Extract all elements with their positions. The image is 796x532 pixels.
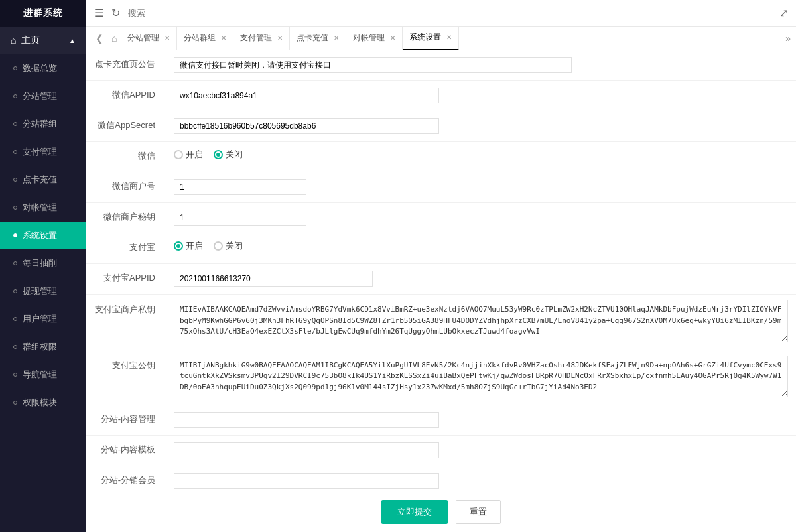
label-wechat-switch: 微信: [86, 142, 166, 170]
sidebar-main-home[interactable]: ⌂ 主页 ▲: [0, 27, 86, 54]
value-branch-content-mgmt: [166, 405, 796, 434]
input-wechat-merchant-id[interactable]: [174, 179, 306, 195]
form-row-alipay-private-key: 支付宝商户私钥 MIIEvAIBAAKCAQEAmd7dZWvviAmsdoYR…: [86, 295, 796, 350]
sidebar-item-perm-module[interactable]: 权限模块: [0, 389, 86, 417]
input-wechat-merchant-key[interactable]: [174, 210, 306, 226]
tab-close-icon[interactable]: ✕: [390, 34, 395, 42]
wechat-radio-open[interactable]: 开启: [174, 149, 203, 161]
tab-label: 点卡充值: [297, 33, 328, 44]
content-area: 点卡充值页公告 微信APPID 微信AppSecret: [86, 50, 796, 532]
topbar: ☰ ↻ ⤢: [86, 0, 796, 27]
nav-dot-icon: [13, 122, 17, 126]
sidebar-item-account[interactable]: 对帐管理: [0, 194, 86, 222]
textarea-alipay-public-key[interactable]: MIIBIjANBgkhkiG9w0BAQEFAAOCAQEAM1IBCgKCA…: [174, 356, 788, 398]
form-row-wechat-merchant-id: 微信商户号: [86, 172, 796, 203]
tabs-nav-left[interactable]: ❮: [92, 33, 107, 44]
sidebar-item-overview[interactable]: 数据总览: [0, 54, 86, 82]
tab-close-icon[interactable]: ✕: [446, 34, 452, 41]
form-row-wechat-merchant-key: 微信商户秘钥: [86, 203, 796, 233]
radio-label-close: 关闭: [226, 240, 243, 252]
label-wechat-appsecret: 微信AppSecret: [86, 111, 166, 139]
sidebar-item-label: 分站管理: [23, 90, 57, 102]
sidebar-item-users[interactable]: 用户管理: [0, 305, 86, 333]
submit-button[interactable]: 立即提交: [381, 500, 448, 524]
sidebar-item-label: 用户管理: [23, 313, 57, 325]
reset-button[interactable]: 重置: [456, 500, 501, 524]
sidebar-item-label: 权限模块: [23, 397, 57, 409]
nav-dot-icon: [13, 401, 17, 405]
input-branch-content-mgmt[interactable]: [174, 412, 439, 428]
textarea-alipay-private-key[interactable]: MIIEvAIBAAKCAQEAmd7dZWvviAmsdoYRBG7YdVmk…: [174, 300, 788, 342]
nav-dot-icon: [13, 206, 17, 210]
sidebar-item-nav-mgmt[interactable]: 导航管理: [0, 361, 86, 389]
tab-label: 系统设置: [409, 32, 441, 43]
label-wechat-appid: 微信APPID: [86, 81, 166, 109]
sidebar-item-branch[interactable]: 分站管理: [0, 82, 86, 110]
sidebar-item-payment[interactable]: 支付管理: [0, 138, 86, 166]
tabs-expand-icon[interactable]: »: [785, 33, 791, 44]
refresh-icon[interactable]: ↻: [111, 7, 120, 19]
input-branch-sub-member[interactable]: [174, 473, 439, 489]
tab-topup[interactable]: 点卡充值 ✕: [290, 27, 346, 50]
nav-dot-icon: [13, 317, 17, 321]
tab-payment[interactable]: 支付管理 ✕: [233, 27, 290, 50]
sidebar: 进群系统 ⌂ 主页 ▲ 数据总览 分站管理 分站群组 支付管理 点卡充值 对帐管…: [0, 0, 86, 532]
tab-system[interactable]: 系统设置 ✕: [403, 27, 459, 50]
search-input[interactable]: [128, 8, 208, 18]
input-wechat-appid[interactable]: [174, 88, 439, 103]
value-wechat-merchant-key: [166, 203, 796, 232]
wechat-radio-close[interactable]: 关闭: [214, 149, 243, 161]
form-row-branch-content-mgmt: 分站-内容管理: [86, 405, 796, 436]
tab-close-icon[interactable]: ✕: [221, 34, 226, 42]
form-row-alipay-public-key: 支付宝公钥 MIIBIjANBgkhkiG9w0BAQEFAAOCAQEAM1I…: [86, 350, 796, 406]
sidebar-item-system[interactable]: 系统设置: [0, 222, 86, 249]
alipay-radio-group: 开启 关闭: [174, 240, 243, 252]
sidebar-item-daily-draw[interactable]: 每日抽削: [0, 249, 86, 277]
value-notice: [166, 50, 796, 80]
label-branch-content-mgmt: 分站-内容管理: [86, 405, 166, 433]
sidebar-item-label: 系统设置: [23, 230, 57, 241]
value-alipay-switch: 开启 关闭: [166, 233, 796, 259]
value-branch-content-template: [166, 436, 796, 465]
tab-account[interactable]: 对帐管理 ✕: [346, 27, 403, 50]
nav-dot-icon: [13, 373, 17, 377]
nav-dot-icon: [13, 233, 17, 237]
alipay-radio-open[interactable]: 开启: [174, 240, 203, 252]
label-alipay-public-key: 支付宝公钥: [86, 350, 166, 379]
sidebar-item-label: 每日抽削: [23, 257, 57, 269]
input-alipay-appid[interactable]: [174, 271, 373, 287]
expand-icon[interactable]: ⤢: [779, 7, 788, 19]
alipay-radio-close[interactable]: 关闭: [214, 240, 243, 252]
input-notice[interactable]: [174, 57, 572, 73]
nav-dot-icon: [13, 94, 17, 98]
tabs-nav-home[interactable]: ⌂: [107, 33, 121, 44]
tab-label: 支付管理: [240, 33, 272, 44]
form-row-wechat-appsecret: 微信AppSecret: [86, 111, 796, 142]
sidebar-item-label: 点卡充值: [23, 174, 57, 186]
tab-label: 分站管理: [127, 33, 159, 44]
nav-dot-icon: [13, 261, 17, 265]
value-wechat-appid: [166, 81, 796, 110]
label-wechat-merchant-key: 微信商户秘钥: [86, 203, 166, 231]
form-row-alipay-switch: 支付宝 开启 关闭: [86, 233, 796, 264]
menu-icon[interactable]: ☰: [94, 7, 103, 19]
value-wechat-merchant-id: [166, 172, 796, 202]
tab-close-icon[interactable]: ✕: [334, 34, 339, 42]
nav-dot-icon: [13, 66, 17, 70]
tab-branch[interactable]: 分站管理 ✕: [121, 27, 177, 50]
label-alipay-switch: 支付宝: [86, 233, 166, 261]
form-row-wechat-switch: 微信 开启 关闭: [86, 142, 796, 172]
value-wechat-appsecret: [166, 111, 796, 141]
sidebar-item-group-perms[interactable]: 群组权限: [0, 333, 86, 361]
tab-close-icon[interactable]: ✕: [277, 34, 283, 42]
sidebar-item-topup[interactable]: 点卡充值: [0, 166, 86, 194]
radio-label-open: 开启: [186, 240, 203, 252]
input-branch-content-template[interactable]: [174, 442, 439, 458]
sidebar-item-withdraw[interactable]: 提现管理: [0, 277, 86, 305]
sidebar-item-branch-group[interactable]: 分站群组: [0, 110, 86, 138]
tab-branch-group[interactable]: 分站群组 ✕: [177, 27, 233, 50]
tab-label: 分站群组: [184, 33, 216, 44]
input-wechat-appsecret[interactable]: [174, 118, 439, 134]
nav-dot-icon: [13, 289, 17, 293]
tab-close-icon[interactable]: ✕: [165, 34, 170, 42]
